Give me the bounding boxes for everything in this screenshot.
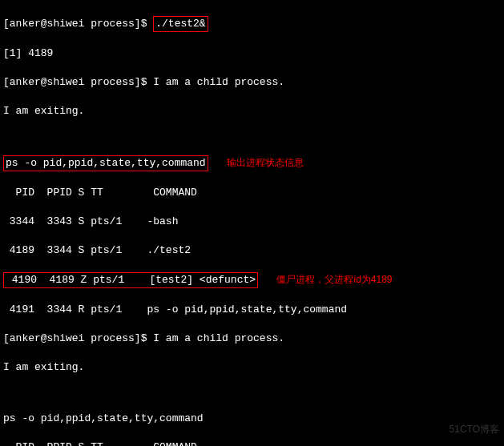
annot-zombie1: 僵尸进程，父进程id为4189 bbox=[276, 274, 392, 285]
ps1-r3: 4191 3344 R pts/1 ps -o pid,ppid,state,t… bbox=[3, 303, 501, 317]
line-prompt1: [anker@shiwei process]$ ./test2& bbox=[3, 16, 501, 32]
cmd-test2-box: ./test2& bbox=[153, 16, 208, 32]
line-exit1: I am exiting. bbox=[3, 104, 501, 119]
ps1-r2: 4190 4189 Z pts/1 [test2] <defunct> bbox=[6, 274, 256, 286]
prompt: [anker@shiwei process]$ bbox=[3, 332, 153, 344]
line-exit2: I am exiting. bbox=[3, 360, 501, 375]
ps2-header: PID PPID S TT COMMAND bbox=[3, 440, 501, 446]
prompt: [anker@shiwei process]$ bbox=[3, 76, 153, 88]
annot-output: 输出进程状态信息 bbox=[227, 157, 304, 168]
prompt: [anker@shiwei process]$ bbox=[3, 18, 153, 30]
ps1-r1: 4189 3344 S pts/1 ./test2 bbox=[3, 243, 501, 258]
ps-cmd1: ps -o pid,ppid,state,tty,command bbox=[6, 157, 206, 169]
cmd-test2: ./test2& bbox=[155, 18, 205, 30]
zombie-box1: 4190 4189 Z pts/1 [test2] <defunct> bbox=[3, 272, 258, 288]
child-msg: I am a child process. bbox=[153, 76, 284, 88]
ps2-cmd: ps -o pid,ppid,state,tty,command bbox=[3, 412, 501, 426]
line-job: [1] 4189 bbox=[3, 46, 501, 61]
ps1-r2-wrap: 4190 4189 Z pts/1 [test2] <defunct> 僵尸进程… bbox=[3, 272, 501, 288]
line-child2: [anker@shiwei process]$ I am a child pro… bbox=[3, 331, 501, 346]
ps1-header: PID PPID S TT COMMAND bbox=[3, 186, 501, 200]
line-child1: [anker@shiwei process]$ I am a child pro… bbox=[3, 75, 501, 90]
terminal[interactable]: [anker@shiwei process]$ ./test2& [1] 418… bbox=[0, 0, 504, 446]
ps-cmd-box1: ps -o pid,ppid,state,tty,command bbox=[3, 155, 208, 171]
ps1-r0: 3344 3343 S pts/1 -bash bbox=[3, 215, 501, 229]
child-msg2: I am a child process. bbox=[153, 332, 284, 344]
watermark: 51CTO博客 bbox=[450, 422, 499, 436]
blank2 bbox=[3, 389, 501, 397]
blank bbox=[3, 133, 501, 141]
line-ps1-cmd: ps -o pid,ppid,state,tty,command 输出进程状态信… bbox=[3, 155, 501, 171]
